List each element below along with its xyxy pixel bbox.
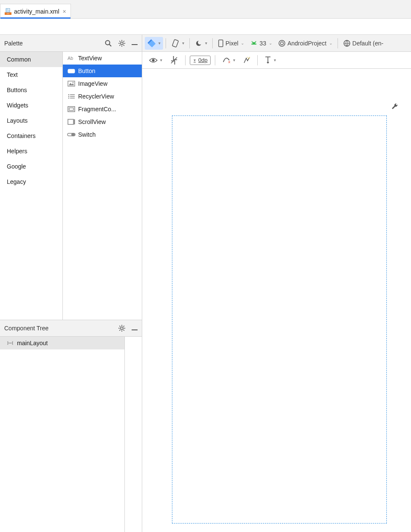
constraintlayout-icon <box>7 340 14 346</box>
svg-line-12 <box>119 45 120 45</box>
palette-category-containers[interactable]: Containers <box>0 128 62 144</box>
svg-point-51 <box>279 40 285 46</box>
chevron-down-icon: ⌄ <box>241 41 244 45</box>
svg-line-39 <box>124 326 124 327</box>
svg-point-5 <box>121 42 123 45</box>
hide-panel-icon[interactable] <box>132 325 138 332</box>
default-margin-label: 0dp <box>198 57 208 63</box>
palette-categories: CommonTextButtonsWidgetsLayoutsContainer… <box>0 52 63 320</box>
device-selector[interactable]: Pixel ⌄ <box>215 37 247 50</box>
guidelines-button[interactable]: ▾ <box>262 54 279 67</box>
image-icon <box>67 81 76 87</box>
svg-point-45 <box>198 40 202 45</box>
palette-item-imageview[interactable]: ImageView <box>63 77 142 90</box>
frame-icon <box>67 106 76 112</box>
tree-node-mainlayout[interactable]: mainLayout <box>0 337 142 349</box>
file-tab-activity-main[interactable]: <> activity_main.xml × <box>0 4 71 18</box>
palette-category-legacy[interactable]: Legacy <box>0 174 62 189</box>
component-tree-header: Component Tree <box>0 320 142 337</box>
toggle-autoconnect-button[interactable] <box>167 54 181 67</box>
palette-item-fragmentco[interactable]: FragmentCo... <box>63 103 142 115</box>
left-panel: Palette CommonTextButtonsWidgetsLayoutsC… <box>0 35 142 532</box>
component-tree-title: Component Tree <box>4 325 48 332</box>
night-mode-button[interactable]: ▾ <box>192 37 210 50</box>
button-icon <box>67 68 76 74</box>
switch-icon <box>67 132 76 137</box>
palette-item-label: ScrollView <box>78 118 106 125</box>
palette-category-text[interactable]: Text <box>0 67 62 82</box>
clear-constraints-button[interactable]: × ▾ <box>220 54 238 67</box>
svg-line-50 <box>255 41 256 42</box>
editor-tab-row: <> activity_main.xml × <box>0 0 411 19</box>
svg-rect-1 <box>6 8 10 12</box>
palette-item-recyclerview[interactable]: RecyclerView <box>63 90 142 103</box>
palette-item-label: ImageView <box>78 80 107 87</box>
svg-rect-28 <box>74 119 75 124</box>
palette-item-label: Switch <box>78 131 96 138</box>
svg-rect-27 <box>68 119 73 124</box>
design-canvas[interactable] <box>142 69 411 532</box>
palette-item-button[interactable]: Button <box>63 65 142 77</box>
svg-line-37 <box>124 330 124 331</box>
palette-items: AbTextViewButtonImageViewRecyclerViewFra… <box>63 52 142 320</box>
chevron-down-icon: ▾ <box>194 58 196 62</box>
orientation-button[interactable]: ▾ <box>169 37 187 50</box>
svg-marker-17 <box>69 83 74 85</box>
palette-category-layouts[interactable]: Layouts <box>0 113 62 128</box>
palette-item-label: RecyclerView <box>78 93 114 100</box>
locale-selector[interactable]: Default (en- <box>341 37 386 50</box>
wrench-icon[interactable] <box>391 103 398 110</box>
breadcrumb-strip <box>0 19 411 35</box>
palette-item-label: FragmentCo... <box>78 106 116 113</box>
svg-rect-15 <box>68 69 75 73</box>
device-label: Pixel <box>225 40 238 47</box>
svg-point-47 <box>252 43 253 44</box>
device-frame[interactable] <box>172 115 387 524</box>
svg-line-36 <box>119 326 120 327</box>
palette-category-common[interactable]: Common <box>0 52 62 67</box>
design-toolbar-secondary: ▾ ▾ 0dp × ▾ ▾ <box>142 52 411 69</box>
svg-point-59 <box>247 57 248 58</box>
palette-item-label: TextView <box>78 55 102 62</box>
palette-category-buttons[interactable]: Buttons <box>0 82 62 98</box>
svg-line-55 <box>171 57 177 63</box>
svg-text:×: × <box>228 60 231 65</box>
design-surface-button[interactable]: ▾ <box>145 37 163 50</box>
palette-header: Palette <box>0 35 142 52</box>
list-icon <box>67 93 76 99</box>
view-options-button[interactable]: ▾ <box>146 54 165 67</box>
palette-item-scrollview[interactable]: ScrollView <box>63 115 142 128</box>
gear-icon[interactable] <box>118 324 126 332</box>
gear-icon[interactable] <box>118 39 126 47</box>
palette-item-switch[interactable]: Switch <box>63 128 142 141</box>
hide-panel-icon[interactable] <box>132 40 138 46</box>
svg-text:Ab: Ab <box>68 56 73 61</box>
palette-category-google[interactable]: Google <box>0 159 62 174</box>
palette-category-widgets[interactable]: Widgets <box>0 98 62 113</box>
api-selector[interactable]: 33 ⌄ <box>248 37 275 50</box>
chevron-down-icon: ⌄ <box>329 41 332 45</box>
svg-point-21 <box>68 98 70 99</box>
theme-selector[interactable]: AndroidProject ⌄ <box>276 37 335 50</box>
search-icon[interactable] <box>104 39 112 47</box>
palette-category-helpers[interactable]: Helpers <box>0 144 62 159</box>
svg-rect-43 <box>172 39 179 47</box>
svg-line-11 <box>124 45 124 45</box>
text-icon: Ab <box>67 55 76 61</box>
tree-node-label: mainLayout <box>17 340 48 346</box>
svg-point-48 <box>255 43 256 44</box>
design-panel: ▾ ▾ ▾ Pixel ⌄ 33 ⌄ <box>142 35 411 532</box>
chevron-down-icon: ▾ <box>160 58 162 62</box>
palette-item-textview[interactable]: AbTextView <box>63 52 142 65</box>
svg-text:<>: <> <box>7 12 9 15</box>
svg-point-3 <box>106 40 110 45</box>
default-margin-button[interactable]: ▾ 0dp <box>190 56 211 65</box>
close-tab-icon[interactable]: × <box>63 8 66 15</box>
svg-point-57 <box>248 58 249 59</box>
svg-marker-62 <box>267 62 269 64</box>
svg-point-52 <box>280 42 283 45</box>
svg-point-20 <box>68 96 70 97</box>
svg-point-58 <box>249 57 250 58</box>
svg-rect-26 <box>69 108 73 110</box>
infer-constraints-button[interactable] <box>240 54 253 67</box>
